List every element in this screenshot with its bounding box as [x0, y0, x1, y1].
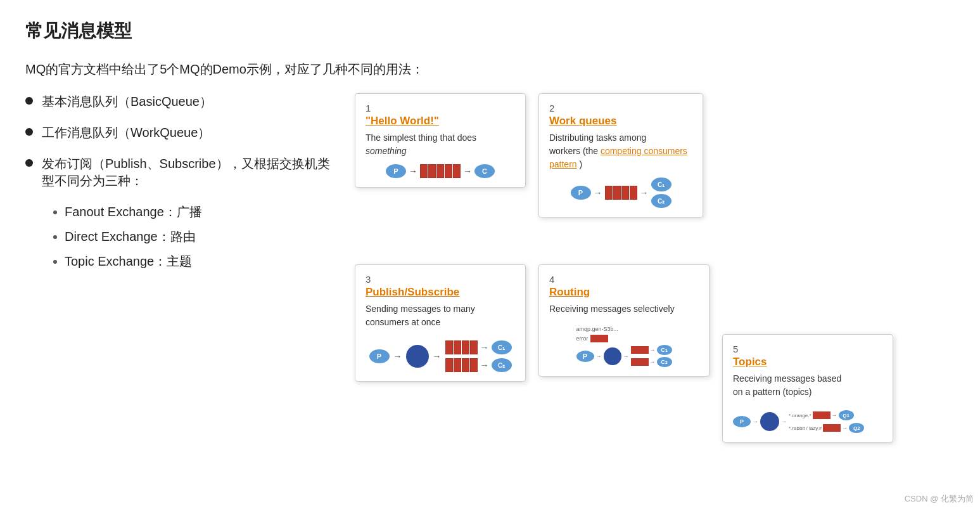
- sub-dot-1: [53, 210, 57, 214]
- card-topics: 5 Topics Receiving messages based on a p…: [722, 334, 893, 443]
- sub-text-1: Fanout Exchange：广播: [65, 204, 202, 221]
- card-1-diagram: P → → C: [366, 164, 515, 178]
- consumer-oval: C: [474, 164, 495, 178]
- sub-bullet-3: Topic Exchange：主题: [53, 253, 342, 270]
- consumer-c2: C₂: [651, 194, 671, 208]
- multi-consumers-2: C₁ C₂: [651, 178, 671, 208]
- card-1-link[interactable]: "Hello World!": [366, 115, 439, 127]
- bullet-text-1: 基本消息队列（BasicQueue）: [42, 93, 212, 110]
- fanout-row-1: → C₁: [445, 340, 512, 354]
- card-4-diagram: amqp.gen-S3b... error P → →: [549, 321, 699, 367]
- queue-box-1: [420, 164, 461, 178]
- fanout-right: → C₁ → C₂: [445, 340, 512, 372]
- left-panel: 基本消息队列（BasicQueue） 工作消息队列（WorkQueue） 发布订…: [25, 93, 355, 499]
- bullet-dot-2: [25, 128, 33, 136]
- sub-bullets: Fanout Exchange：广播 Direct Exchange：路由 To…: [53, 204, 342, 270]
- sub-bullet-2: Direct Exchange：路由: [53, 228, 342, 245]
- consumer-c1: C₁: [651, 178, 671, 191]
- card-5-link[interactable]: Topics: [733, 356, 767, 368]
- card-2-num: 2: [549, 103, 692, 113]
- bullet-item-2: 工作消息队列（WorkQueue）: [25, 124, 342, 141]
- card-5-desc: Receiving messages based on a pattern (t…: [733, 372, 882, 399]
- card-2-link[interactable]: Work queues: [549, 115, 616, 127]
- consumer-3a: C₁: [492, 340, 512, 354]
- sub-text-2: Direct Exchange：路由: [65, 228, 196, 245]
- watermark: CSDN @ 化繁为简: [905, 493, 974, 505]
- card-4-num: 4: [549, 274, 699, 285]
- card-3-num: 3: [366, 274, 515, 285]
- arrow-2: →: [463, 166, 472, 176]
- fanout-row-2: → C₂: [445, 358, 512, 372]
- card-3-title[interactable]: Publish/Subscribe: [366, 286, 515, 299]
- consumer-3b: C₂: [492, 358, 512, 372]
- bullet-item-3: 发布订阅（Publish、Subscribe），又根据交换机类型不同分为三种：: [25, 155, 342, 190]
- card-pubsub: 3 Publish/Subscribe Sending messages to …: [355, 264, 526, 382]
- card-5-num: 5: [733, 344, 882, 354]
- card-1-num: 1: [366, 103, 515, 113]
- page-title: 常见消息模型: [25, 19, 955, 43]
- card-5-diagram: P → → *.orange.* → Q1 *.: [733, 405, 882, 433]
- producer-3: P: [369, 349, 390, 363]
- cards-container: 1 "Hello World!" The simplest thing that…: [355, 93, 955, 499]
- card-4-link[interactable]: Routing: [549, 286, 590, 298]
- exchange-3: [406, 345, 429, 368]
- bullet-dot-3: [25, 159, 33, 167]
- arrow-1: →: [409, 166, 417, 176]
- bullet-text-3: 发布订阅（Publish、Subscribe），又根据交换机类型不同分为三种：: [42, 155, 342, 190]
- card-3-link[interactable]: Publish/Subscribe: [366, 286, 459, 298]
- card-4-desc: Receiving messages selectively: [549, 302, 699, 316]
- bullet-item-1: 基本消息队列（BasicQueue）: [25, 93, 342, 110]
- sub-dot-3: [53, 260, 57, 264]
- card-2-title[interactable]: Work queues: [549, 115, 692, 127]
- card-5-title[interactable]: Topics: [733, 356, 882, 368]
- right-panel: 1 "Hello World!" The simplest thing that…: [355, 93, 955, 499]
- bullet-text-2: 工作消息队列（WorkQueue）: [42, 124, 210, 141]
- card-2-diagram: P → → C₁ C₂: [549, 178, 692, 208]
- content-area: 基本消息队列（BasicQueue） 工作消息队列（WorkQueue） 发布订…: [25, 93, 955, 499]
- intro-text: MQ的官方文档中给出了5个MQ的Demo示例，对应了几种不同的用法：: [25, 61, 955, 78]
- sub-text-3: Topic Exchange：主题: [65, 253, 192, 270]
- card-work-queues: 2 Work queues Distributing tasks among w…: [538, 93, 703, 217]
- card-hello-world: 1 "Hello World!" The simplest thing that…: [355, 93, 526, 188]
- card-2-desc: Distributing tasks among workers (the co…: [549, 131, 692, 171]
- producer-oval: P: [386, 164, 406, 178]
- card-1-desc: The simplest thing that does something: [366, 131, 515, 158]
- bullet-dot-1: [25, 97, 33, 105]
- sub-bullet-1: Fanout Exchange：广播: [53, 204, 342, 221]
- card-routing: 4 Routing Receiving messages selectively…: [538, 264, 710, 377]
- card-1-title[interactable]: "Hello World!": [366, 115, 515, 127]
- producer-2: P: [571, 186, 591, 200]
- card-3-diagram: P → → →: [366, 335, 515, 372]
- card-4-title[interactable]: Routing: [549, 286, 699, 299]
- card-3-desc: Sending messages to many consumers at on…: [366, 302, 515, 329]
- queue-box-2: [605, 186, 637, 200]
- sub-dot-2: [53, 235, 57, 239]
